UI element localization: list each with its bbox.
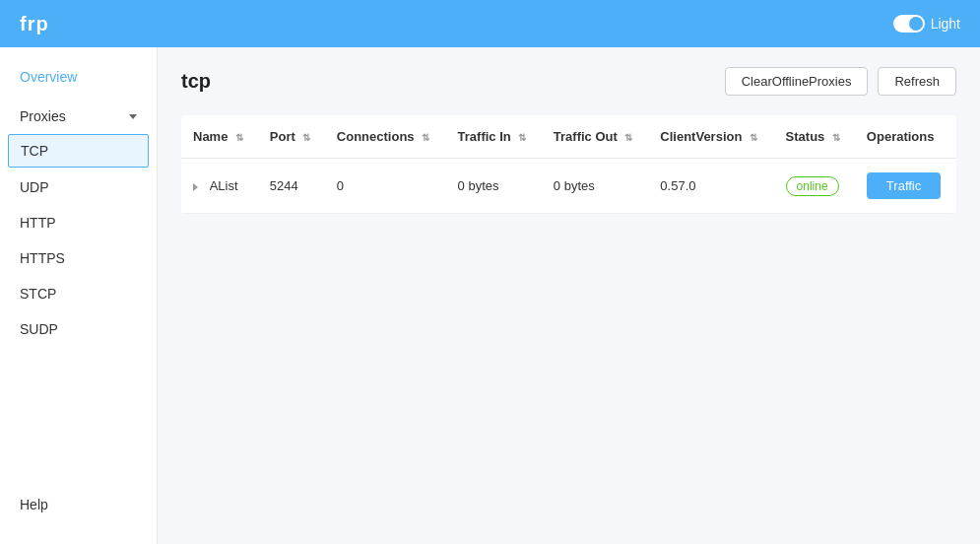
col-status[interactable]: Status ⇅ — [774, 115, 855, 159]
app-logo: frp — [20, 13, 49, 35]
theme-toggle-area[interactable]: Light — [893, 15, 960, 33]
app-header: frp Light — [0, 0, 980, 47]
table-row: AList 5244 0 0 bytes 0 bytes 0.57.0 onli… — [181, 159, 956, 214]
status-badge: online — [786, 176, 839, 196]
header-actions: ClearOfflineProxies Refresh — [725, 67, 956, 96]
cell-port: 5244 — [258, 159, 325, 214]
theme-dot — [909, 17, 923, 31]
cell-expand[interactable]: AList — [181, 159, 258, 214]
col-client-version[interactable]: ClientVersion ⇅ — [648, 115, 773, 159]
col-traffic-in[interactable]: Traffic In ⇅ — [446, 115, 542, 159]
sort-icon-name: ⇅ — [235, 132, 243, 143]
cell-status: online — [774, 159, 855, 214]
sort-icon-client-version: ⇅ — [750, 132, 757, 143]
sort-icon-port: ⇅ — [302, 132, 310, 143]
col-port[interactable]: Port ⇅ — [258, 115, 325, 159]
cell-name: AList — [210, 178, 238, 193]
sidebar-proxies-header[interactable]: Proxies — [0, 97, 157, 132]
sidebar-item-https[interactable]: HTTPS — [0, 240, 157, 276]
cell-client-version: 0.57.0 — [648, 159, 773, 214]
sort-icon-status: ⇅ — [832, 132, 840, 143]
main-layout: Overview Proxies TCP UDP HTTP HTTPS STCP… — [0, 47, 980, 544]
sort-icon-traffic-out: ⇅ — [624, 132, 632, 143]
table-header-row: Name ⇅ Port ⇅ Connections ⇅ Traffic In ⇅… — [181, 115, 956, 159]
proxies-table-container: Name ⇅ Port ⇅ Connections ⇅ Traffic In ⇅… — [181, 115, 956, 214]
refresh-button[interactable]: Refresh — [878, 67, 956, 96]
sidebar-item-help[interactable]: Help — [0, 485, 158, 524]
sidebar-item-http[interactable]: HTTP — [0, 205, 157, 240]
chevron-down-icon — [129, 114, 137, 119]
proxies-table: Name ⇅ Port ⇅ Connections ⇅ Traffic In ⇅… — [181, 115, 956, 214]
content-header: tcp ClearOfflineProxies Refresh — [181, 67, 956, 96]
sort-icon-connections: ⇅ — [422, 132, 429, 143]
cell-traffic-out: 0 bytes — [542, 159, 649, 214]
sort-icon-traffic-in: ⇅ — [518, 132, 526, 143]
sidebar-item-overview[interactable]: Overview — [0, 57, 157, 97]
col-connections[interactable]: Connections ⇅ — [325, 115, 446, 159]
sidebar-item-udp[interactable]: UDP — [0, 170, 157, 205]
sidebar-item-tcp[interactable]: TCP — [8, 134, 149, 168]
col-name[interactable]: Name ⇅ — [181, 115, 258, 159]
page-title: tcp — [181, 70, 211, 93]
cell-connections: 0 — [325, 159, 446, 214]
expand-icon — [193, 183, 198, 191]
sidebar: Overview Proxies TCP UDP HTTP HTTPS STCP… — [0, 47, 158, 544]
traffic-button[interactable]: Traffic — [867, 172, 941, 199]
main-content: tcp ClearOfflineProxies Refresh Name ⇅ P… — [158, 47, 980, 544]
theme-label: Light — [931, 16, 960, 32]
cell-operations: Traffic — [855, 159, 956, 214]
col-traffic-out[interactable]: Traffic Out ⇅ — [542, 115, 649, 159]
cell-traffic-in: 0 bytes — [446, 159, 542, 214]
sidebar-item-stcp[interactable]: STCP — [0, 276, 157, 311]
clear-offline-button[interactable]: ClearOfflineProxies — [725, 67, 869, 96]
col-operations: Operations — [855, 115, 956, 159]
theme-switch[interactable] — [893, 15, 925, 33]
sidebar-item-sudp[interactable]: SUDP — [0, 311, 157, 347]
